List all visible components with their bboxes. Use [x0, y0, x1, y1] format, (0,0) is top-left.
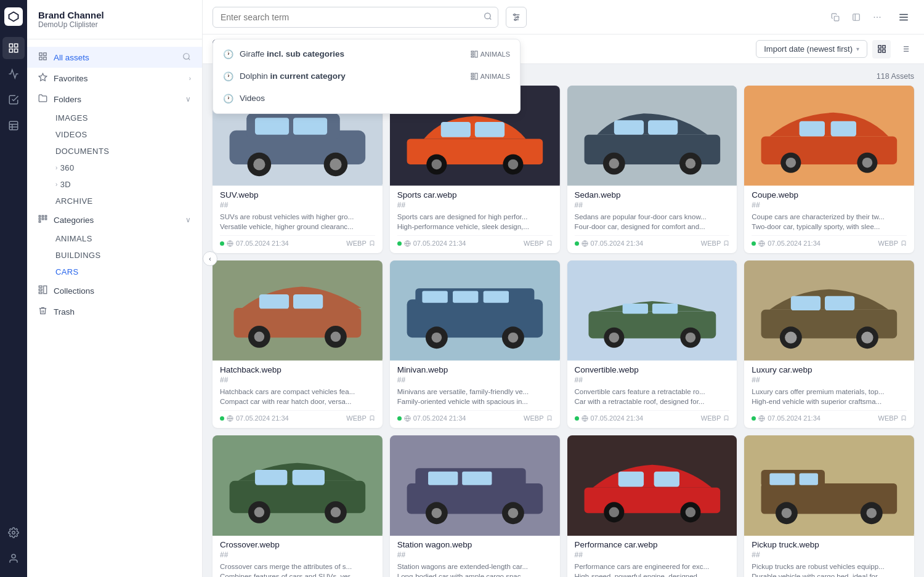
sidebar-category-buildings[interactable]: BUILDINGS — [27, 247, 202, 264]
svg-rect-28 — [44, 286, 47, 294]
nav-table-icon[interactable] — [2, 115, 25, 137]
sidebar-item-trash[interactable]: Trash — [27, 301, 202, 322]
sidebar-item-favorites[interactable]: Favorites › — [27, 68, 202, 89]
asset-card[interactable]: Sedan.webp ## Sedans are popular four-do… — [567, 86, 737, 253]
globe-icon — [582, 240, 588, 247]
sidebar-folder-archive[interactable]: ARCHIVE — [27, 193, 202, 209]
asset-thumbnail — [213, 435, 383, 534]
svg-rect-65 — [255, 118, 289, 135]
svg-rect-14 — [44, 57, 46, 60]
dropdown-text-dolphin: Dolphin in current category — [240, 71, 464, 81]
asset-card[interactable]: Station wagon.webp ## Station wagons are… — [390, 435, 560, 577]
asset-type-label: WEBP — [878, 414, 898, 422]
dropdown-item-videos[interactable]: 🕐 Videos — [213, 87, 520, 110]
asset-name: Coupe.webp — [752, 190, 907, 200]
sidebar-folder-videos[interactable]: VIDEOS — [27, 126, 202, 143]
asset-date: 07.05.2024 21:34 — [591, 414, 644, 422]
asset-card[interactable]: Crossover.webp ## Crossover cars merge t… — [213, 435, 383, 577]
asset-thumbnail — [744, 435, 914, 534]
asset-footer: 07.05.2024 21:34 WEBP — [397, 410, 553, 422]
header-more-btn[interactable]: ··· — [869, 9, 886, 26]
nav-assets-icon[interactable] — [2, 37, 25, 59]
svg-rect-180 — [800, 473, 818, 485]
svg-point-90 — [685, 159, 695, 169]
filter-icon-button[interactable] — [506, 7, 527, 28]
svg-point-88 — [609, 159, 619, 169]
logo-icon[interactable] — [4, 7, 23, 26]
sort-dropdown[interactable]: Import date (newest first) ▾ — [756, 40, 867, 58]
search-sidebar-icon[interactable] — [182, 52, 191, 63]
sidebar-folder-360[interactable]: › 360 — [27, 159, 202, 176]
svg-point-173 — [685, 507, 695, 517]
asset-tags: ## — [575, 376, 730, 384]
svg-point-98 — [786, 158, 796, 168]
sidebar-category-animals[interactable]: ANIMALS — [27, 230, 202, 247]
svg-point-184 — [867, 508, 877, 518]
collapse-sidebar-button[interactable]: ‹ — [203, 251, 217, 266]
sidebar-item-all-assets[interactable]: All assets — [27, 47, 202, 68]
dropdown-item-giraffe[interactable]: 🕐 Giraffe incl. sub categories ANIMALS — [213, 43, 520, 65]
sidebar-item-collections[interactable]: Collections — [27, 280, 202, 301]
header-icon-share[interactable] — [848, 9, 865, 26]
asset-card[interactable]: Minivan.webp ## Minivans are versatile, … — [390, 260, 560, 428]
asset-card[interactable]: Performance car.webp ## Performance cars… — [567, 435, 737, 577]
nav-settings-icon[interactable] — [2, 522, 25, 544]
main-area: 🕐 Giraffe incl. sub categories ANIMALS 🕐 — [203, 0, 924, 577]
search-submit-icon[interactable] — [484, 12, 492, 22]
svg-rect-36 — [475, 73, 477, 79]
svg-point-140 — [785, 332, 796, 344]
asset-date: 07.05.2024 21:34 — [768, 240, 821, 247]
nav-analytics-icon[interactable] — [2, 63, 25, 85]
svg-point-68 — [253, 159, 265, 171]
asset-desc: Hatchback cars are compact vehicles fea.… — [220, 387, 375, 406]
svg-rect-31 — [471, 51, 474, 52]
asset-status: 07.05.2024 21:34 — [752, 240, 821, 247]
asset-thumbnail — [390, 260, 560, 359]
header-icon-copy[interactable] — [827, 9, 844, 26]
brand-header: Brand Channel DemoUp Cliplister — [27, 0, 202, 39]
nav-user-icon[interactable] — [2, 547, 25, 570]
grid-view-button[interactable] — [872, 40, 891, 59]
sidebar-folder-images[interactable]: IMAGES — [27, 110, 202, 126]
asset-status: 07.05.2024 21:34 — [575, 240, 644, 247]
sidebar-folder-3d[interactable]: › 3D — [27, 176, 202, 193]
asset-card[interactable]: Coupe.webp ## Coupe cars are characteriz… — [744, 86, 914, 253]
icon-bar — [0, 0, 27, 577]
svg-rect-52 — [878, 46, 880, 48]
svg-rect-37 — [471, 76, 474, 77]
search-input[interactable] — [213, 7, 498, 28]
asset-status: 07.05.2024 21:34 — [220, 240, 289, 247]
asset-type: WEBP — [346, 414, 375, 422]
asset-desc: Luxury cars offer premium materials, top… — [752, 387, 907, 406]
sidebar-folder-documents[interactable]: DOCUMENTS — [27, 143, 202, 159]
nav-tasks-icon[interactable] — [2, 89, 25, 111]
sidebar-item-categories[interactable]: Categories ∨ — [27, 209, 202, 230]
asset-card[interactable]: Pickup truck.webp ## Pickup trucks are r… — [744, 435, 914, 577]
sub-name: DemoUp Cliplister — [38, 20, 191, 29]
asset-name: Convertible.webp — [575, 365, 730, 374]
dropdown-item-dolphin[interactable]: 🕐 Dolphin in current category ANIMALS — [213, 65, 520, 87]
svg-rect-24 — [39, 221, 41, 223]
svg-rect-20 — [45, 216, 47, 217]
status-dot — [752, 416, 756, 421]
svg-point-171 — [609, 507, 619, 517]
svg-rect-168 — [618, 471, 643, 486]
asset-card[interactable]: Luxury car.webp ## Luxury cars offer pre… — [744, 260, 914, 428]
asset-card[interactable]: Convertible.webp ## Convertible cars fea… — [567, 260, 737, 428]
sidebar-category-cars[interactable]: CARS — [27, 264, 202, 280]
asset-thumbnail — [390, 435, 560, 534]
menu-icon-button[interactable] — [893, 7, 914, 28]
collections-icon — [38, 285, 47, 296]
asset-desc: Pickup trucks are robust vehicles equipp… — [752, 562, 907, 577]
asset-name: Luxury car.webp — [752, 365, 907, 374]
total-assets: 118 Assets — [877, 72, 914, 81]
asset-desc: Sports cars are designed for high perfor… — [397, 212, 553, 232]
header: 🕐 Giraffe incl. sub categories ANIMALS 🕐 — [203, 0, 924, 34]
list-view-button[interactable] — [896, 40, 914, 59]
asset-desc: Minivans are versatile, family-friendly … — [397, 387, 553, 406]
asset-card[interactable]: Hatchback.webp ## Hatchback cars are com… — [213, 260, 383, 428]
asset-footer: 07.05.2024 21:34 WEBP — [575, 410, 730, 422]
sidebar-item-folders[interactable]: Folders ∨ — [27, 89, 202, 110]
asset-info: Pickup truck.webp ## Pickup trucks are r… — [744, 534, 914, 577]
asset-name: SUV.webp — [220, 190, 375, 200]
